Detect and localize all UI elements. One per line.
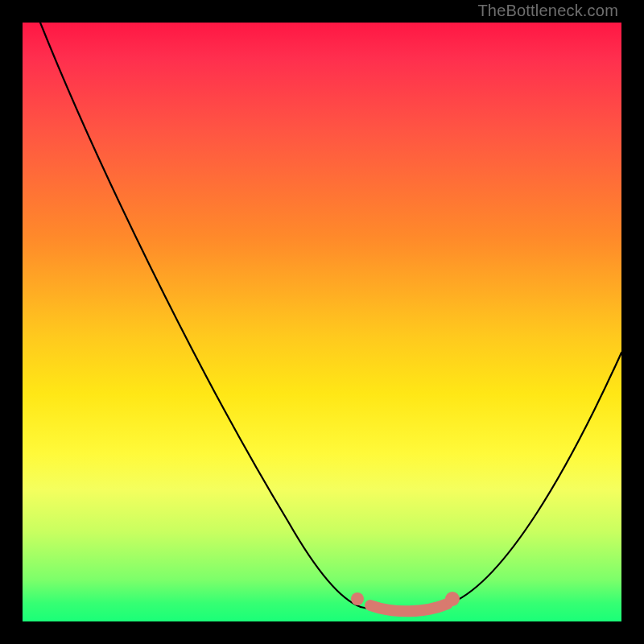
bottleneck-curve-left [40, 23, 361, 607]
bottleneck-curve-right [361, 353, 621, 612]
attribution-label: TheBottleneck.com [477, 2, 618, 20]
chart-overlay [23, 23, 621, 621]
sweet-spot-highlight [370, 604, 448, 611]
chart-frame [23, 23, 621, 621]
sweet-spot-start-dot [351, 592, 364, 605]
sweet-spot-end-dot [445, 592, 460, 606]
